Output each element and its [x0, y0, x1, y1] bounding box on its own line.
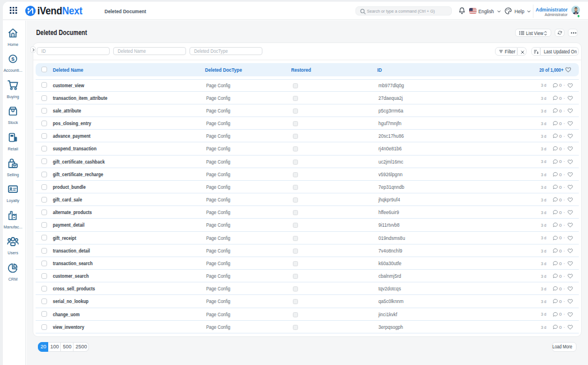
svg-text:$: $ — [11, 56, 15, 62]
